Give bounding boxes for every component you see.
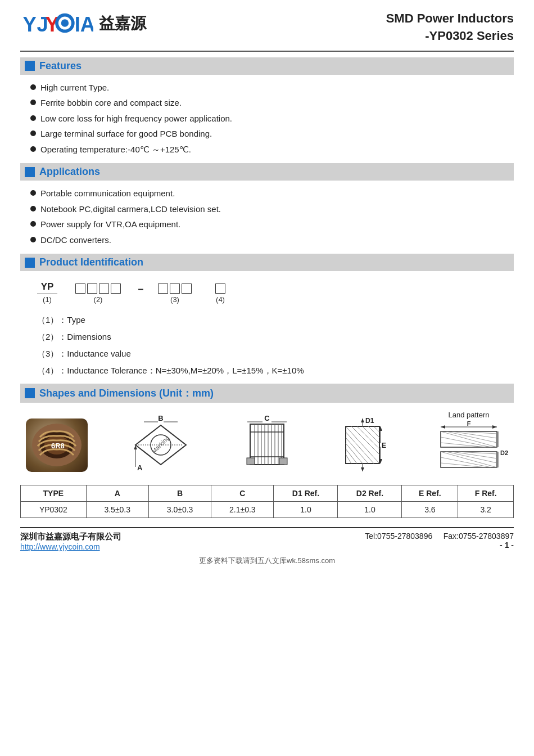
svg-line-50	[346, 432, 374, 464]
col-e: E Ref.	[402, 485, 458, 502]
pid-descriptions: （1）：Type （2）：Dimensions （3）：Inductance v…	[37, 312, 514, 379]
applications-list: Portable communication equipment. Notebo…	[20, 185, 514, 251]
svg-line-46	[357, 426, 379, 449]
shapes-bar-label: Shapes and Dimensions (Unit：mm)	[39, 386, 214, 400]
bullet-dot	[30, 221, 36, 227]
cell-d1: 1.0	[274, 502, 338, 518]
cell-c: 2.1±0.3	[211, 502, 274, 518]
logo-cn-text: 益嘉源	[99, 13, 146, 34]
pid-boxes-3	[158, 284, 192, 294]
product-id-bar-icon	[25, 258, 35, 268]
product-id-bar-label: Product Identification	[39, 256, 143, 268]
bullet-dot	[30, 115, 36, 121]
title-line2: -YP0302 Series	[386, 28, 514, 45]
footer-right: Tel:0755-27803896 Fax:0755-27803897 - 1 …	[365, 532, 514, 550]
pid-boxes-2	[75, 284, 121, 294]
land-pattern-view: Land pattern F	[429, 411, 508, 479]
product-id-section-bar: Product Identification	[20, 254, 514, 271]
list-item: High current Type.	[30, 82, 514, 94]
cell-f: 3.2	[458, 502, 514, 518]
svg-text:Y: Y	[23, 13, 37, 36]
title-line1: SMD Power Inductors	[386, 10, 514, 28]
list-item: DC/DC converters.	[30, 234, 514, 247]
page-number: - 1 -	[365, 541, 514, 550]
shape-b-view: B Marking A	[127, 414, 200, 476]
pid-num-2: (2)	[94, 295, 103, 304]
inductor-photo-item: 6R8	[26, 418, 88, 472]
footer-left: 深圳市益嘉源电子有限公司 http://www.yjycoin.com	[20, 532, 121, 551]
svg-text:F: F	[467, 420, 471, 427]
shape-c-view: C	[239, 414, 295, 476]
dimensions-table: TYPE A B C D1 Ref. D2 Ref. E Ref. F Ref.…	[20, 485, 514, 518]
footer-fax: Fax:0755-27803897	[444, 532, 514, 541]
col-type: TYPE	[21, 485, 87, 502]
pid-part-1: YP (1)	[37, 281, 57, 304]
svg-marker-62	[492, 425, 497, 429]
svg-point-5	[61, 19, 69, 26]
list-item: Ferrite bobbin core and compact size.	[30, 97, 514, 110]
list-item: Notebook PC,digital carmera,LCD televisi…	[30, 203, 514, 216]
cell-b: 3.0±0.3	[148, 502, 211, 518]
pid-num-1: (1)	[43, 295, 52, 304]
pid-box	[75, 284, 85, 294]
logo-icon: Y J Y IA	[20, 10, 93, 37]
features-bar-label: Features	[39, 60, 82, 72]
pid-box	[111, 284, 121, 294]
features-list: High current Type. Ferrite bobbin core a…	[20, 79, 514, 161]
company-name: 深圳市益嘉源电子有限公司	[20, 532, 121, 542]
pid-part-4: (4)	[215, 284, 225, 304]
pid-desc-2: （2）：Dimensions	[37, 328, 514, 345]
svg-text:C: C	[264, 414, 270, 422]
svg-marker-42	[361, 467, 364, 471]
bullet-dot	[30, 84, 36, 90]
list-item: Operating temperature:-40℃ ～+125℃.	[30, 143, 514, 156]
svg-text:E: E	[382, 442, 386, 449]
bullet-dot	[30, 146, 36, 152]
pid-box	[87, 284, 97, 294]
col-d1: D1 Ref.	[274, 485, 338, 502]
svg-line-53	[346, 449, 357, 464]
shapes-section-bar: Shapes and Dimensions (Unit：mm)	[20, 384, 514, 403]
pid-part-3: (3)	[158, 284, 192, 304]
bullet-dot	[30, 190, 36, 196]
col-d2: D2 Ref.	[338, 485, 402, 502]
list-item: Power supply for VTR,OA equipment.	[30, 218, 514, 231]
page-footer: 深圳市益嘉源电子有限公司 http://www.yjycoin.com Tel:…	[20, 527, 514, 551]
col-b: B	[148, 485, 211, 502]
svg-rect-37	[279, 458, 287, 465]
pid-box	[158, 284, 168, 294]
svg-line-54	[346, 454, 351, 464]
pid-desc-4: （4）：Inductance Tolerance：N=±30%,M=±20%，L…	[37, 362, 514, 379]
cell-type: YP0302	[21, 502, 87, 518]
bullet-dot	[30, 130, 36, 136]
pid-num-3: (3)	[170, 295, 179, 304]
inductor-photo: 6R8	[26, 418, 88, 472]
features-bar-icon	[25, 61, 35, 71]
list-item: Portable communication equipment.	[30, 187, 514, 200]
applications-bar-icon	[25, 167, 35, 177]
applications-bar-label: Applications	[39, 166, 100, 178]
svg-line-48	[368, 426, 379, 438]
shapes-diagrams: 6R8 B Marking A	[20, 411, 514, 479]
land-pattern-label: Land pattern	[429, 411, 508, 419]
col-f: F Ref.	[458, 485, 514, 502]
pid-dash-sym: －	[135, 282, 146, 296]
table-row: YP0302 3.5±0.3 3.0±0.3 2.1±0.3 1.0 1.0 3…	[21, 502, 514, 518]
svg-rect-24	[250, 424, 284, 465]
cell-d2: 1.0	[338, 502, 402, 518]
svg-marker-61	[441, 425, 445, 429]
pid-box	[170, 284, 180, 294]
pid-box	[99, 284, 109, 294]
shape-d1-view: D1 E	[334, 414, 391, 476]
svg-text:D1: D1	[365, 417, 374, 425]
svg-text:A: A	[137, 464, 143, 472]
website-link[interactable]: http://www.yjycoin.com	[20, 542, 100, 551]
cell-e: 3.6	[402, 502, 458, 518]
bullet-dot	[30, 237, 36, 242]
pid-part-2: (2)	[75, 284, 121, 304]
svg-text:Marking: Marking	[150, 434, 170, 454]
header-title: SMD Power Inductors -YP0302 Series	[386, 10, 514, 45]
bullet-dot	[30, 100, 36, 105]
footer-contact: Tel:0755-27803896 Fax:0755-27803897	[365, 532, 514, 541]
svg-line-45	[351, 426, 379, 454]
